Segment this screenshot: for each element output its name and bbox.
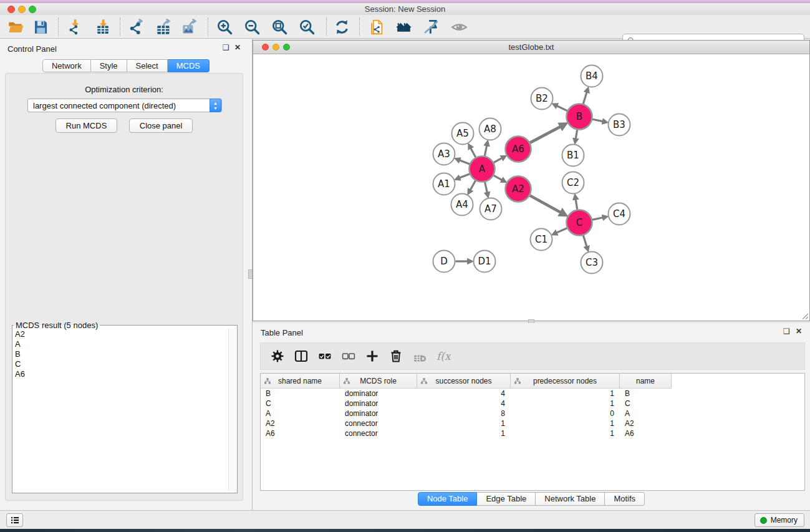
mcds-result-item[interactable]: B xyxy=(14,349,228,359)
edge-C-C1[interactable] xyxy=(556,228,567,233)
edge-A-A4[interactable] xyxy=(470,181,476,191)
zoom-selected-button[interactable] xyxy=(296,17,318,37)
node-A2[interactable]: A2 xyxy=(506,177,531,202)
table-cell[interactable]: 8 xyxy=(417,409,511,418)
node-D[interactable]: D xyxy=(433,251,455,273)
refresh-button[interactable] xyxy=(330,17,353,37)
column-header-MCDS-role[interactable]: MCDS role xyxy=(340,374,417,389)
float-panel-icon[interactable]: ❑ xyxy=(223,43,229,52)
table-cell[interactable]: 0 xyxy=(511,409,620,418)
table-cell[interactable]: 1 xyxy=(511,389,620,399)
node-C1[interactable]: C1 xyxy=(531,229,552,251)
node-C4[interactable]: C4 xyxy=(609,203,630,225)
node-A1[interactable]: A1 xyxy=(433,173,455,195)
node-B[interactable]: B xyxy=(567,104,592,130)
import-network-button[interactable] xyxy=(64,17,86,37)
table-cell[interactable]: A xyxy=(261,409,340,418)
close-panel-icon[interactable]: ✕ xyxy=(234,43,241,52)
delete-table-button[interactable] xyxy=(408,345,432,367)
run-mcds-button[interactable]: Run MCDS xyxy=(55,118,118,133)
save-button[interactable] xyxy=(29,17,52,37)
edge-C-C3[interactable] xyxy=(583,236,587,248)
zoom-fit-button[interactable] xyxy=(268,17,291,37)
node-C[interactable]: C xyxy=(567,210,592,236)
table-cell[interactable]: 4 xyxy=(417,399,511,409)
node-A6[interactable]: A6 xyxy=(506,137,531,162)
node-B3[interactable]: B3 xyxy=(609,114,630,136)
edge-B-B4[interactable] xyxy=(583,92,587,104)
network-canvas[interactable]: B4B2BB3A8A5A6A3B1AC2A1A2A4A7C4CC1C3DD1 xyxy=(254,55,809,320)
edge-A-A3[interactable] xyxy=(459,160,470,164)
table-float-panel-icon[interactable]: ❑ xyxy=(783,327,790,336)
export-image-button[interactable] xyxy=(178,17,201,37)
network-overview-eye-button[interactable] xyxy=(448,17,470,37)
table-cell[interactable]: A xyxy=(620,409,672,418)
table-cell[interactable]: 1 xyxy=(417,428,511,438)
table-cell[interactable]: connector xyxy=(340,418,417,428)
export-network-button[interactable] xyxy=(125,17,147,37)
table-cell[interactable]: B xyxy=(620,389,672,399)
close-panel-button[interactable]: Close panel xyxy=(129,118,193,133)
column-header-predecessor-nodes[interactable]: predecessor nodes xyxy=(511,374,620,389)
table-row[interactable]: Cdominator41C xyxy=(261,399,804,409)
node-A4[interactable]: A4 xyxy=(451,194,473,216)
table-cell[interactable]: A2 xyxy=(620,418,672,428)
memory-button[interactable]: Memory xyxy=(755,513,804,527)
edge-A-A7[interactable] xyxy=(485,182,488,193)
panel-divider-handle[interactable] xyxy=(248,269,253,279)
mcds-result-list[interactable]: A2ABCA6 xyxy=(14,329,228,491)
zoom-in-button[interactable] xyxy=(213,17,236,37)
tab-network-table[interactable]: Network Table xyxy=(536,492,605,506)
node-B1[interactable]: B1 xyxy=(562,145,584,167)
table-row[interactable]: Bdominator41B xyxy=(261,389,804,399)
deselect-all-button[interactable] xyxy=(337,345,360,367)
select-all-button[interactable] xyxy=(313,345,337,367)
zoom-out-button[interactable] xyxy=(241,17,263,37)
show-columns-button[interactable] xyxy=(289,345,313,367)
table-cell[interactable]: dominator xyxy=(340,399,417,409)
node-D1[interactable]: D1 xyxy=(474,251,496,273)
task-history-button[interactable] xyxy=(6,513,23,527)
table-cell[interactable]: dominator xyxy=(340,409,417,418)
table-cell[interactable]: A6 xyxy=(261,428,340,438)
table-cell[interactable]: 4 xyxy=(417,389,511,399)
network-document-button[interactable] xyxy=(365,17,388,37)
open-folder-button[interactable] xyxy=(4,17,27,37)
export-table-button[interactable] xyxy=(152,17,175,37)
table-row[interactable]: A6connector11A6 xyxy=(261,428,804,438)
table-cell[interactable]: 1 xyxy=(511,418,620,428)
table-close-panel-icon[interactable]: ✕ xyxy=(796,327,802,336)
result-scrollbar[interactable] xyxy=(228,328,236,491)
node-A[interactable]: A xyxy=(470,157,495,182)
table-row[interactable]: Adominator80A xyxy=(261,409,804,418)
mcds-result-item[interactable]: A xyxy=(14,339,228,349)
node-A3[interactable]: A3 xyxy=(433,143,455,165)
import-table-button[interactable] xyxy=(92,17,114,37)
resize-grip-icon[interactable] xyxy=(801,312,809,320)
node-A7[interactable]: A7 xyxy=(480,198,502,220)
home-button[interactable] xyxy=(392,17,415,37)
edge-A6-B[interactable] xyxy=(530,126,562,143)
edge-A-A1[interactable] xyxy=(459,174,470,178)
tab-mcds[interactable]: MCDS xyxy=(168,59,210,72)
edge-B-B3[interactable] xyxy=(592,119,604,122)
edge-A-A2[interactable] xyxy=(494,175,503,180)
edge-B-B2[interactable] xyxy=(556,105,567,110)
table-row[interactable]: A2connector11A2 xyxy=(261,418,804,428)
mcds-result-item[interactable]: C xyxy=(14,359,228,369)
node-C3[interactable]: C3 xyxy=(581,252,603,274)
add-row-button[interactable] xyxy=(360,345,384,367)
tab-edge-table[interactable]: Edge Table xyxy=(477,492,536,506)
network-graph[interactable]: B4B2BB3A8A5A6A3B1AC2A1A2A4A7C4CC1C3DD1 xyxy=(254,55,809,320)
edge-C-C2[interactable] xyxy=(576,198,577,209)
table-cell[interactable]: 1 xyxy=(511,399,620,409)
table-cell[interactable]: connector xyxy=(340,428,417,438)
delete-row-button[interactable] xyxy=(384,345,408,367)
table-cell[interactable]: 1 xyxy=(417,418,511,428)
mcds-result-item[interactable]: A6 xyxy=(14,369,228,379)
table-cell[interactable]: C xyxy=(261,399,340,409)
column-header-successor-nodes[interactable]: successor nodes xyxy=(417,374,511,389)
toggle-graphics-details-button[interactable] xyxy=(420,17,442,37)
tab-network[interactable]: Network xyxy=(42,59,91,72)
tab-style[interactable]: Style xyxy=(91,59,127,72)
